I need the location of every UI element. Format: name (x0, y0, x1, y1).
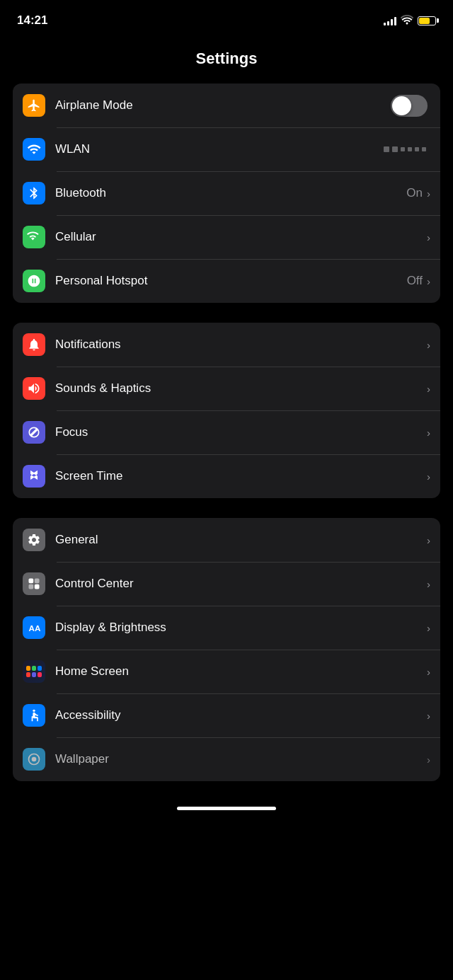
cellular-icon (23, 226, 45, 248)
notifications-label: Notifications (55, 338, 427, 352)
home-indicator (177, 807, 276, 810)
home-indicator-container (0, 801, 453, 822)
general-chevron: › (427, 534, 430, 546)
bluetooth-label: Bluetooth (55, 186, 406, 200)
signal-icon (384, 16, 396, 25)
hotspot-chevron: › (427, 275, 430, 287)
airplane-mode-toggle[interactable] (391, 95, 428, 117)
svg-rect-2 (29, 584, 34, 589)
home-screen-row[interactable]: Home Screen › (13, 650, 440, 693)
focus-row[interactable]: Focus › (13, 410, 440, 454)
accessibility-chevron: › (427, 710, 430, 722)
svg-text:AA: AA (29, 623, 41, 633)
svg-rect-3 (35, 584, 40, 589)
svg-rect-0 (29, 579, 34, 584)
sounds-row[interactable]: Sounds & Haptics › (13, 367, 440, 410)
general-icon (23, 529, 45, 551)
control-center-chevron: › (427, 578, 430, 590)
screen-time-icon (23, 465, 45, 488)
bluetooth-value: On (406, 186, 423, 200)
wlan-row[interactable]: WLAN (13, 127, 440, 171)
sounds-icon (23, 377, 45, 400)
airplane-mode-row[interactable]: Airplane Mode (13, 83, 440, 127)
wallpaper-label: Wallpaper (55, 752, 427, 766)
wallpaper-row[interactable]: Wallpaper › (13, 737, 440, 781)
cellular-chevron: › (427, 231, 430, 243)
bluetooth-icon (23, 182, 45, 204)
bluetooth-row[interactable]: Bluetooth On › (13, 171, 440, 215)
wlan-label: WLAN (55, 142, 384, 156)
hotspot-value: Off (407, 274, 423, 288)
notifications-row[interactable]: Notifications › (13, 323, 440, 367)
sounds-label: Sounds & Haptics (55, 381, 427, 396)
accessibility-row[interactable]: Accessibility › (13, 693, 440, 737)
general-label: General (55, 533, 427, 547)
screen-time-label: Screen Time (55, 469, 427, 483)
hotspot-row[interactable]: Personal Hotspot Off › (13, 259, 440, 303)
wlan-value (384, 146, 426, 152)
focus-chevron: › (427, 427, 430, 439)
svg-point-7 (32, 757, 37, 762)
status-bar: 14:21 (0, 0, 453, 37)
focus-label: Focus (55, 425, 427, 439)
home-screen-label: Home Screen (55, 664, 427, 679)
display-icon: AA (23, 616, 45, 639)
general-row[interactable]: General › (13, 518, 440, 562)
hotspot-label: Personal Hotspot (55, 274, 407, 288)
status-time: 14:21 (17, 13, 47, 28)
display-label: Display & Brightness (55, 621, 427, 635)
bluetooth-chevron: › (427, 188, 430, 200)
preferences-group: General › Control Center › AA Display & … (13, 518, 440, 781)
notifications-chevron: › (427, 339, 430, 351)
cellular-row[interactable]: Cellular › (13, 215, 440, 259)
control-center-label: Control Center (55, 577, 427, 591)
wallpaper-chevron: › (427, 754, 430, 766)
battery-icon (418, 16, 436, 25)
sounds-chevron: › (427, 383, 430, 395)
svg-rect-1 (35, 579, 40, 584)
connectivity-group: Airplane Mode WLAN Bluetooth On (13, 83, 440, 303)
display-row[interactable]: AA Display & Brightness › (13, 606, 440, 650)
focus-icon (23, 421, 45, 444)
wlan-icon (23, 138, 45, 161)
screen-time-row[interactable]: Screen Time › (13, 454, 440, 498)
wifi-status-icon (401, 15, 413, 27)
page-title: Settings (0, 37, 453, 83)
cellular-label: Cellular (55, 230, 427, 244)
svg-point-5 (33, 710, 35, 712)
system-group: Notifications › Sounds & Haptics › Focus… (13, 323, 440, 498)
display-chevron: › (427, 622, 430, 634)
accessibility-icon (23, 704, 45, 727)
control-center-row[interactable]: Control Center › (13, 562, 440, 606)
airplane-mode-icon (23, 94, 45, 117)
hotspot-icon (23, 270, 45, 292)
notifications-icon (23, 333, 45, 356)
home-screen-chevron: › (427, 666, 430, 678)
screen-time-chevron: › (427, 471, 430, 483)
control-center-icon (23, 572, 45, 595)
accessibility-label: Accessibility (55, 708, 427, 722)
home-screen-icon (23, 660, 45, 683)
status-icons (384, 15, 436, 27)
wallpaper-icon (23, 748, 45, 771)
airplane-mode-label: Airplane Mode (55, 98, 391, 113)
